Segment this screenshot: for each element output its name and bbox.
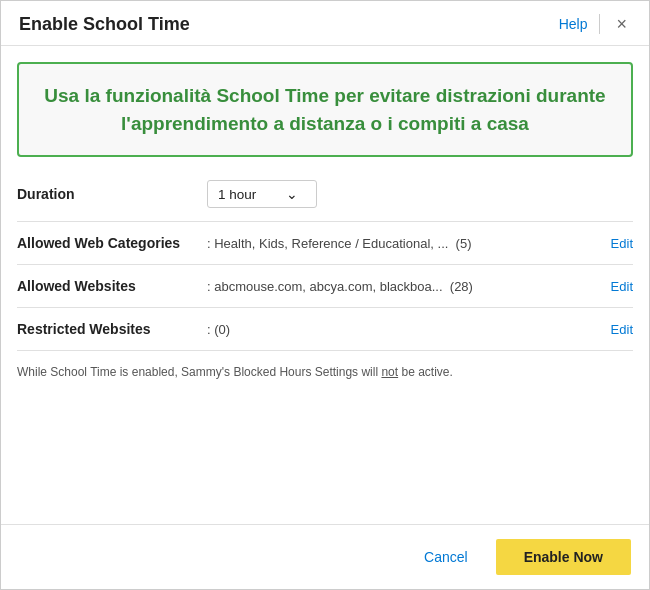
duration-select[interactable]: 1 hour ⌄ (207, 180, 317, 208)
dialog: Enable School Time Help × Usa la funzion… (0, 0, 650, 590)
note-text: While School Time is enabled, Sammy's Bl… (17, 365, 633, 379)
not-text: not (381, 365, 398, 379)
promo-text: Usa la funzionalità School Time per evit… (35, 82, 615, 137)
cancel-button[interactable]: Cancel (408, 541, 484, 573)
restricted-row: Restricted Websites : (0) Edit (17, 308, 633, 351)
restricted-value: : (0) (207, 322, 603, 337)
duration-value: 1 hour (218, 187, 256, 202)
categories-row: Allowed Web Categories : Health, Kids, R… (17, 222, 633, 265)
help-link[interactable]: Help (559, 16, 588, 32)
categories-edit-button[interactable]: Edit (611, 236, 633, 251)
dialog-header: Enable School Time Help × (1, 1, 649, 46)
categories-label: Allowed Web Categories (17, 235, 207, 251)
header-actions: Help × (559, 13, 631, 35)
dialog-footer: Cancel Enable Now (1, 524, 649, 589)
enable-now-button[interactable]: Enable Now (496, 539, 631, 575)
chevron-down-icon: ⌄ (286, 186, 298, 202)
form-area: Duration 1 hour ⌄ Allowed Web Categories… (1, 167, 649, 524)
dialog-title: Enable School Time (19, 14, 190, 35)
restricted-label: Restricted Websites (17, 321, 207, 337)
websites-row: Allowed Websites : abcmouse.com, abcya.c… (17, 265, 633, 308)
duration-row: Duration 1 hour ⌄ (17, 167, 633, 222)
websites-edit-button[interactable]: Edit (611, 279, 633, 294)
restricted-edit-button[interactable]: Edit (611, 322, 633, 337)
categories-value: : Health, Kids, Reference / Educational,… (207, 236, 603, 251)
websites-value: : abcmouse.com, abcya.com, blackboa... (… (207, 279, 603, 294)
promo-box: Usa la funzionalità School Time per evit… (17, 62, 633, 157)
close-button[interactable]: × (612, 13, 631, 35)
websites-label: Allowed Websites (17, 278, 207, 294)
header-divider (599, 14, 600, 34)
duration-label: Duration (17, 186, 207, 202)
